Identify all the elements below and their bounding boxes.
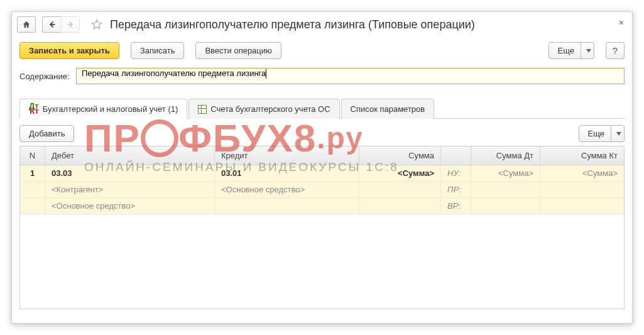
col-n: N (20, 146, 45, 165)
forward-button[interactable] (61, 16, 80, 33)
grid-more-button[interactable]: Еще (579, 125, 625, 142)
page-title: Передача лизингополучателю предмета лизи… (110, 18, 475, 31)
tab-content: Добавить Еще N Дебет Кредит Сумма Сумма … (12, 119, 632, 316)
enter-operation-button[interactable]: Ввести операцию (195, 42, 281, 59)
home-button[interactable] (17, 16, 36, 33)
tab-params[interactable]: Список параметров (341, 99, 435, 119)
grid-more-label: Еще (588, 129, 604, 138)
favorite-button[interactable] (87, 16, 106, 33)
add-button[interactable]: Добавить (19, 125, 74, 142)
titlebar: Передача лизингополучателю предмета лизи… (12, 12, 632, 37)
grid-header: N Дебет Кредит Сумма Сумма Дт Сумма Кт (20, 146, 624, 165)
tab-accounting[interactable]: ДтКт Бухгалтерский и налоговый учет (1) (19, 99, 187, 119)
tab-accounting-label: Бухгалтерский и налоговый учет (1) (43, 104, 178, 114)
write-button[interactable]: Записать (131, 42, 185, 59)
content-value: Передача лизингополучателю предмета лизи… (82, 69, 266, 78)
grid-toolbar: Добавить Еще (19, 125, 625, 142)
text-cursor (266, 69, 266, 79)
back-button[interactable] (42, 16, 61, 33)
main-toolbar: Записать и закрыть Записать Ввести опера… (12, 37, 632, 64)
write-and-close-button[interactable]: Записать и закрыть (19, 42, 119, 59)
content-field-row: Содержание: Передача лизингополучателю п… (12, 64, 632, 88)
cell-kredit-acc: 03.01 (215, 165, 359, 182)
table-row[interactable]: 1 03.03 03.01 <Сумма> НУ: <Сумма> <Сумма… (20, 165, 624, 182)
nav-group (42, 16, 80, 33)
more-button-label: Еще (558, 46, 574, 55)
cell-summa: <Сумма> (359, 165, 441, 182)
cell-kredit-sub1: <Основное средство> (215, 182, 359, 198)
table-row[interactable]: <Основное средство> ВР: (20, 198, 624, 214)
cell-sdt: <Сумма> (471, 165, 540, 182)
tab-os-accounts-label: Счета бухгалтерского учета ОС (210, 104, 330, 114)
cell-skt: <Сумма> (540, 165, 624, 182)
cell-debet-sub2: <Основное средство> (45, 198, 215, 214)
postings-grid[interactable]: N Дебет Кредит Сумма Сумма Дт Сумма Кт 1… (19, 146, 625, 309)
table-icon (198, 105, 207, 114)
cell-n: 1 (20, 165, 45, 182)
table-row[interactable]: <Контрагент> <Основное средство> ПР: (20, 182, 624, 198)
close-button[interactable]: × (616, 17, 627, 28)
tabs: ДтКт Бухгалтерский и налоговый учет (1) … (19, 98, 625, 119)
help-button[interactable]: ? (606, 42, 625, 59)
chevron-down-icon (611, 126, 621, 141)
window: Передача лизингополучателю предмета лизи… (11, 11, 633, 324)
debit-credit-icon: ДтКт (29, 104, 39, 114)
more-button[interactable]: Еще (548, 42, 594, 59)
content-label: Содержание: (19, 72, 76, 81)
cell-pr: ПР: (441, 182, 471, 198)
col-summadt: Сумма Дт (471, 146, 540, 165)
cell-debet-sub1: <Контрагент> (45, 182, 215, 198)
cell-nu: НУ: (441, 165, 471, 182)
col-debet: Дебет (45, 146, 215, 165)
tab-os-accounts[interactable]: Счета бухгалтерского учета ОС (188, 99, 339, 119)
cell-vr: ВР: (441, 198, 471, 214)
col-nu (441, 146, 471, 165)
chevron-down-icon (581, 43, 591, 58)
content-input[interactable]: Передача лизингополучателю предмета лизи… (76, 68, 625, 84)
col-kredit: Кредит (215, 146, 359, 165)
col-summa: Сумма (359, 146, 441, 165)
col-summakt: Сумма Кт (540, 146, 624, 165)
cell-debet-acc: 03.03 (45, 165, 215, 182)
tab-params-label: Список параметров (351, 104, 425, 114)
